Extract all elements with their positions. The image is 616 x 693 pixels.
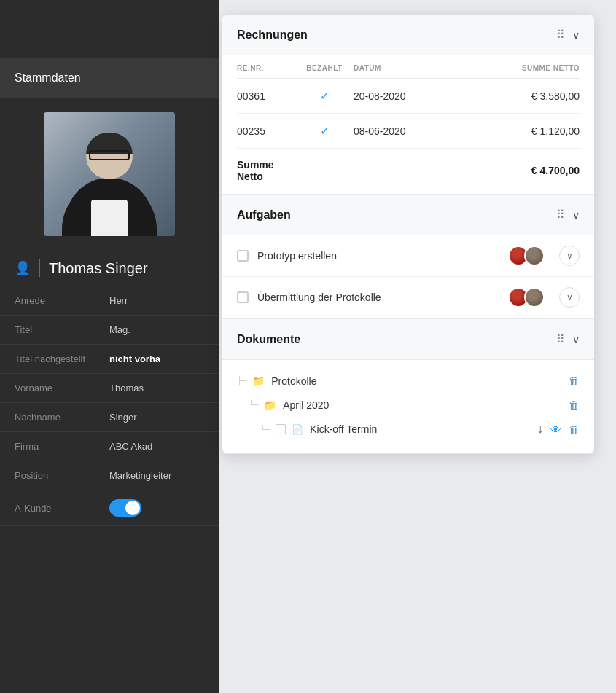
doc-actions-kickoff: ↓ 👁 🗑 xyxy=(537,423,580,436)
avatar xyxy=(44,112,175,236)
task-expand-2[interactable]: ∨ xyxy=(559,287,580,308)
field-value-titel: Mag. xyxy=(109,324,130,335)
cell-datum-2: 08-06-2020 xyxy=(354,125,448,137)
dokumente-section: Dokumente ⠿ ∨ ├─ 📁 Protokolle 🗑 └─ 📁 Apr… xyxy=(222,319,594,454)
folder-icon-april: 📁 xyxy=(264,399,276,411)
field-row-titel: Titel Mag. xyxy=(0,316,219,345)
akunde-toggle[interactable] xyxy=(109,499,141,517)
doc-actions-protokolle: 🗑 xyxy=(569,375,580,387)
rechnungen-section: Rechnungen ⠿ ∨ RE.NR. BEZAHLT DATUM SUMM… xyxy=(222,15,594,195)
doc-name-kickoff: Kick-off Termin xyxy=(310,423,534,435)
rechnungen-table: RE.NR. BEZAHLT DATUM SUMME NETTO 00361 ✓… xyxy=(222,55,594,194)
delete-icon-april[interactable]: 🗑 xyxy=(569,399,580,411)
table-row: 00235 ✓ 08-06-2020 € 1.120,00 xyxy=(237,114,580,149)
field-row-akunde: A-Kunde xyxy=(0,490,219,526)
field-row-titelnachgestellt: Titel nachgestellt nicht vorha xyxy=(0,345,219,374)
field-row-firma: Firma ABC Akad xyxy=(0,432,219,461)
tree-connector-1: ├─ xyxy=(237,377,246,385)
field-label-anrede: Anrede xyxy=(15,295,109,306)
doc-name-protokolle: Protokolle xyxy=(271,375,566,387)
task-row-1: Prototyp erstellen ∨ xyxy=(222,235,594,277)
delete-icon-protokolle[interactable]: 🗑 xyxy=(569,375,580,387)
doc-item-april2020: └─ 📁 April 2020 🗑 xyxy=(237,393,580,417)
aufgaben-section: Aufgaben ⠿ ∨ Prototyp erstellen ∨ Übermi… xyxy=(222,195,594,319)
summe-label: Summe Netto xyxy=(237,159,295,182)
person-name-row: 👤 Thomas Singer xyxy=(0,251,219,286)
field-value-vorname: Thomas xyxy=(109,383,144,394)
field-row-anrede: Anrede Herr xyxy=(0,286,219,316)
task-row-2: Übermittlung der Protokolle ∨ xyxy=(222,277,594,318)
task-chevron-icon-1: ∨ xyxy=(566,251,573,261)
left-panel: Stammdaten 👤 Thomas Singer Anrede Herr T… xyxy=(0,0,219,693)
rechnungen-chevron-icon[interactable]: ∨ xyxy=(572,29,580,41)
doc-name-april: April 2020 xyxy=(283,399,566,411)
col-header-bezahlt: BEZAHLT xyxy=(295,64,354,72)
field-value-firma: ABC Akad xyxy=(109,441,152,452)
field-label-position: Position xyxy=(15,470,109,481)
field-value-position: Marketingleiter xyxy=(109,470,171,481)
dokumente-title: Dokumente xyxy=(237,333,300,346)
field-label-firma: Firma xyxy=(15,441,109,452)
aufgaben-controls: ⠿ ∨ xyxy=(556,208,580,222)
cell-amount-1: € 3.580,00 xyxy=(448,90,580,102)
field-label-akunde: A-Kunde xyxy=(15,503,109,514)
download-icon-kickoff[interactable]: ↓ xyxy=(537,423,543,436)
dokumente-dots-icon[interactable]: ⠿ xyxy=(556,332,565,346)
field-row-position: Position Marketingleiter xyxy=(0,461,219,490)
stammdaten-header: Stammdaten xyxy=(0,58,219,98)
field-row-vorname: Vorname Thomas xyxy=(0,374,219,403)
rechnungen-title: Rechnungen xyxy=(237,28,308,42)
vertical-divider xyxy=(39,259,40,277)
cell-check-1: ✓ xyxy=(295,89,354,103)
aufgaben-header: Aufgaben ⠿ ∨ xyxy=(222,195,594,235)
cell-renr-2: 00235 xyxy=(237,125,295,137)
dokumente-chevron-icon[interactable]: ∨ xyxy=(572,334,580,345)
summe-amount: € 4.700,00 xyxy=(295,165,580,176)
person-name: Thomas Singer xyxy=(49,260,148,277)
file-icon-kickoff: 📄 xyxy=(292,424,303,435)
task-avatar-person2 xyxy=(524,246,545,266)
person-icon: 👤 xyxy=(15,260,31,276)
col-header-summe: SUMME NETTO xyxy=(448,64,580,72)
task-expand-1[interactable]: ∨ xyxy=(559,246,580,266)
task-checkbox-1[interactable] xyxy=(237,250,249,262)
delete-icon-kickoff[interactable]: 🗑 xyxy=(569,423,580,436)
field-value-nachname: Singer xyxy=(109,412,137,423)
field-row-nachname: Nachname Singer xyxy=(0,403,219,432)
doc-checkbox-kickoff[interactable] xyxy=(276,424,286,434)
field-label-titel: Titel xyxy=(15,324,109,335)
summe-row: Summe Netto € 4.700,00 xyxy=(237,149,580,194)
cell-check-2: ✓ xyxy=(295,124,354,138)
col-header-renr: RE.NR. xyxy=(237,64,295,72)
table-row: 00361 ✓ 20-08-2020 € 3.580,00 xyxy=(237,79,580,114)
view-icon-kickoff[interactable]: 👁 xyxy=(550,423,561,436)
rechnungen-controls: ⠿ ∨ xyxy=(556,28,580,42)
dokumente-header: Dokumente ⠿ ∨ xyxy=(222,319,594,360)
aufgaben-title: Aufgaben xyxy=(237,208,291,222)
task-chevron-icon-2: ∨ xyxy=(566,292,573,302)
task-label-1: Prototyp erstellen xyxy=(257,250,499,262)
doc-tree: ├─ 📁 Protokolle 🗑 └─ 📁 April 2020 🗑 └─ xyxy=(222,360,594,453)
avatar-section xyxy=(0,98,219,251)
rechnungen-header: Rechnungen ⠿ ∨ xyxy=(222,15,594,55)
col-header-datum: DATUM xyxy=(354,64,448,72)
stammdaten-title: Stammdaten xyxy=(15,71,81,84)
doc-item-protokolle: ├─ 📁 Protokolle 🗑 xyxy=(237,369,580,393)
cell-renr-1: 00361 xyxy=(237,90,295,102)
tree-connector-2: └─ xyxy=(249,401,258,409)
rechnungen-dots-icon[interactable]: ⠿ xyxy=(556,28,565,42)
field-value-anrede: Herr xyxy=(109,295,128,306)
cell-amount-2: € 1.120,00 xyxy=(448,125,580,137)
doc-item-kickoff: └─ 📄 Kick-off Termin ↓ 👁 🗑 xyxy=(237,417,580,442)
field-label-vorname: Vorname xyxy=(15,383,109,394)
dokumente-controls: ⠿ ∨ xyxy=(556,332,580,346)
task-checkbox-2[interactable] xyxy=(237,291,249,303)
tree-connector-3: └─ xyxy=(260,426,270,434)
aufgaben-dots-icon[interactable]: ⠿ xyxy=(556,208,565,222)
aufgaben-chevron-icon[interactable]: ∨ xyxy=(572,209,580,221)
table-header: RE.NR. BEZAHLT DATUM SUMME NETTO xyxy=(237,55,580,79)
task-avatars-2 xyxy=(508,287,545,308)
doc-actions-april: 🗑 xyxy=(569,399,580,411)
task-label-2: Übermittlung der Protokolle xyxy=(257,291,499,303)
right-panel: Rechnungen ⠿ ∨ RE.NR. BEZAHLT DATUM SUMM… xyxy=(222,15,594,454)
